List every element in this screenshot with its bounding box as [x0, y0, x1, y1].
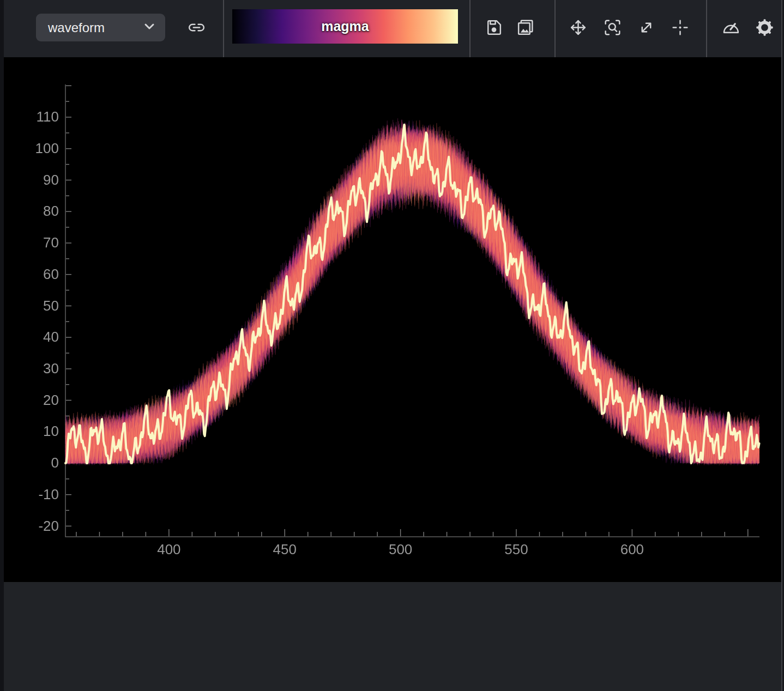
window-edge-right	[781, 0, 784, 691]
crosshair-button[interactable]	[670, 17, 690, 38]
settings-button[interactable]	[755, 17, 775, 38]
colormap-label: magma	[321, 19, 369, 34]
export-image-button[interactable]	[515, 17, 535, 38]
autoscale-button[interactable]	[636, 17, 656, 38]
link-icon	[186, 30, 207, 39]
waveform-plot[interactable]	[0, 57, 784, 582]
performance-button[interactable]	[721, 17, 741, 38]
dataset-select-value: waveform	[48, 20, 105, 35]
zoom-region-button[interactable]	[602, 17, 623, 38]
gauge-icon	[721, 30, 741, 39]
toolbar-separator	[223, 0, 224, 57]
magnifier-frame-icon	[602, 30, 623, 39]
save-button[interactable]	[484, 17, 504, 38]
toolbar-separator	[469, 0, 471, 57]
save-icon	[484, 30, 504, 39]
colormap-selector[interactable]: magma	[232, 9, 458, 44]
image-stack-icon	[515, 30, 535, 39]
control-panel: Curve Index 99 Highlight always last cur…	[0, 582, 784, 691]
toolbar-separator	[706, 0, 707, 57]
dataset-select[interactable]: waveform	[36, 14, 165, 41]
gear-icon	[755, 30, 775, 39]
chevron-down-icon	[142, 19, 156, 37]
link-button[interactable]	[186, 17, 207, 38]
toolbar-separator	[554, 0, 556, 57]
toolbar: waveform magma	[0, 0, 784, 57]
move-arrows-icon	[568, 30, 588, 39]
window-edge-left	[0, 0, 4, 691]
expand-diagonal-icon	[636, 30, 656, 39]
pan-button[interactable]	[568, 17, 588, 38]
crosshair-icon	[670, 30, 690, 39]
